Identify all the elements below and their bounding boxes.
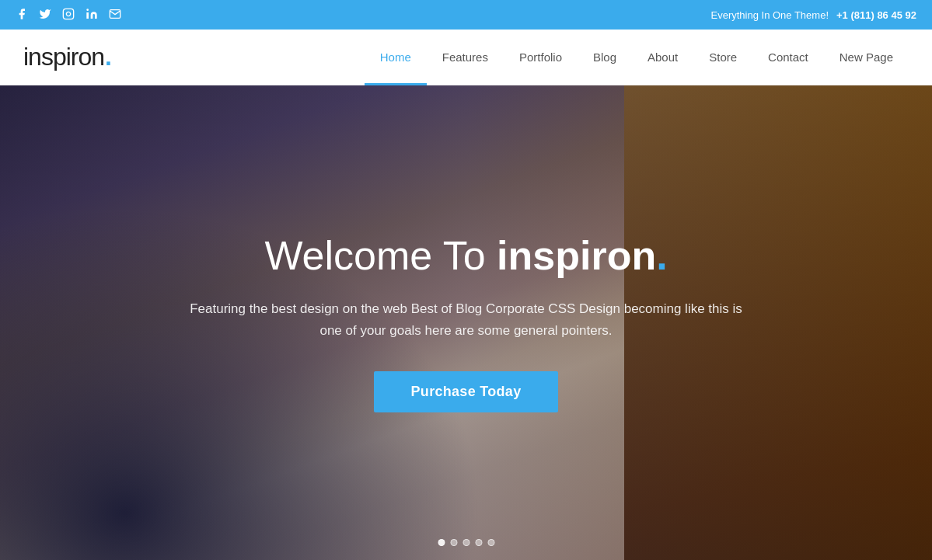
nav-new-page[interactable]: New Page [824, 30, 909, 85]
svg-rect-0 [63, 9, 73, 19]
slider-dot-2[interactable] [450, 539, 457, 546]
linkedin-icon[interactable] [86, 8, 98, 23]
svg-point-2 [86, 9, 89, 11]
hero-title: Welcome To inspiron. [179, 233, 754, 280]
slider-dot-3[interactable] [463, 539, 469, 546]
slider-dots [438, 539, 494, 546]
nav-contact[interactable]: Contact [752, 30, 824, 85]
hero-title-brand: inspiron [497, 233, 656, 278]
top-bar: Everything In One Theme! +1 (811) 86 45 … [0, 0, 932, 30]
email-icon[interactable] [109, 8, 121, 23]
nav-blog[interactable]: Blog [578, 30, 632, 85]
hero-content: Welcome To inspiron. Featuring the best … [163, 217, 770, 428]
social-icons [16, 8, 121, 23]
slider-dot-5[interactable] [487, 539, 494, 546]
main-nav: Home Features Portfolio Blog About Store… [365, 30, 909, 85]
nav-about[interactable]: About [632, 30, 693, 85]
hero-subtitle: Featuring the best design on the web Bes… [179, 298, 754, 342]
header: inspiron. Home Features Portfolio Blog A… [0, 30, 932, 85]
facebook-icon[interactable] [16, 8, 28, 23]
nav-home[interactable]: Home [365, 30, 427, 85]
tagline: Everything In One Theme! [710, 9, 829, 21]
twitter-icon[interactable] [39, 8, 51, 23]
contact-info: Everything In One Theme! +1 (811) 86 45 … [710, 9, 916, 21]
nav-portfolio[interactable]: Portfolio [504, 30, 578, 85]
hero-title-pre: Welcome To [264, 233, 497, 278]
hero-section: Welcome To inspiron. Featuring the best … [0, 85, 932, 560]
logo-dot: . [104, 42, 112, 71]
nav-store[interactable]: Store [693, 30, 752, 85]
slider-dot-4[interactable] [475, 539, 482, 546]
nav-features[interactable]: Features [427, 30, 504, 85]
purchase-button[interactable]: Purchase Today [374, 371, 559, 412]
slider-dot-1[interactable] [438, 539, 445, 546]
hero-title-dot: . [656, 233, 667, 278]
logo[interactable]: inspiron. [23, 43, 112, 71]
phone: +1 (811) 86 45 92 [836, 9, 916, 21]
instagram-icon[interactable] [62, 8, 75, 23]
